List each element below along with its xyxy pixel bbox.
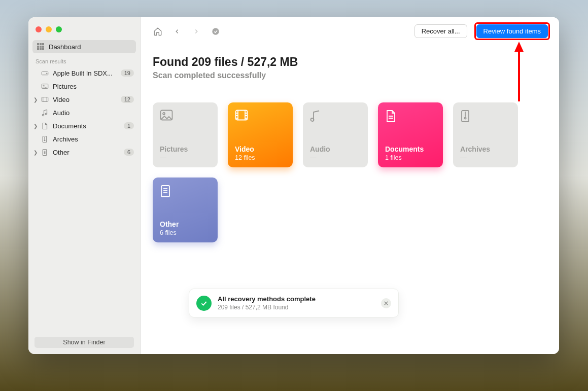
sidebar-item-video[interactable]: ❯Video12 <box>28 93 140 106</box>
svg-rect-43 <box>161 186 169 197</box>
card-subtitle: 12 files <box>235 154 286 161</box>
main-panel: Recover all... Review found items Found … <box>141 17 559 354</box>
svg-point-25 <box>212 28 219 34</box>
svg-rect-2 <box>42 43 44 45</box>
sidebar-item-label: Archives <box>53 135 78 143</box>
sidebar-item-document[interactable]: ❯Documents1 <box>28 119 140 132</box>
maximize-window-button[interactable] <box>56 26 62 32</box>
svg-rect-4 <box>40 46 42 48</box>
svg-point-20 <box>44 139 45 140</box>
card-video[interactable]: Video12 files <box>228 102 293 167</box>
other-icon <box>41 148 49 156</box>
sidebar-item-picture[interactable]: Pictures <box>28 80 140 93</box>
forward-button[interactable] <box>190 25 202 38</box>
sidebar-section-header: Scan results <box>28 53 140 66</box>
video-icon <box>41 95 49 103</box>
svg-point-17 <box>45 113 47 115</box>
pictures-icon <box>160 110 173 123</box>
svg-point-12 <box>43 85 44 86</box>
sidebar-footer: Show in Finder <box>28 331 140 354</box>
svg-rect-5 <box>42 46 44 48</box>
card-title: Pictures <box>160 145 211 153</box>
sidebar-item-other[interactable]: ❯Other6 <box>28 146 140 159</box>
sidebar-item-label: Documents <box>53 122 86 130</box>
disk-icon <box>41 69 49 77</box>
card-documents[interactable]: Documents1 files <box>378 102 443 167</box>
sidebar-item-disk[interactable]: Apple Built In SDX...19 <box>28 66 140 80</box>
annotation-highlight: Review found items <box>474 22 550 40</box>
grid-icon <box>37 43 45 51</box>
svg-rect-1 <box>40 43 42 45</box>
completion-toast: All recovery methods complete 209 files … <box>189 289 399 317</box>
toast-title: All recovery methods complete <box>218 295 316 303</box>
audio-icon <box>310 110 323 123</box>
svg-rect-0 <box>37 43 39 45</box>
page-subtitle: Scan completed successfully <box>153 71 547 80</box>
status-check-icon <box>210 25 222 38</box>
chevron-right-icon: ❯ <box>33 150 38 155</box>
sidebar-item-archive[interactable]: Archives <box>28 132 140 146</box>
card-title: Archives <box>460 145 511 153</box>
audio-icon <box>41 109 49 117</box>
sidebar-item-count: 12 <box>121 96 134 103</box>
page-title: Found 209 files / 527,2 MB <box>153 55 547 69</box>
card-title: Documents <box>385 145 436 153</box>
sidebar-item-label: Video <box>53 96 70 103</box>
other-icon <box>160 185 173 198</box>
sidebar-item-dashboard[interactable]: Dashboard <box>32 40 136 53</box>
card-subtitle: 6 files <box>160 229 211 236</box>
svg-rect-7 <box>40 48 42 50</box>
home-button[interactable] <box>152 25 164 38</box>
sidebar-item-count: 1 <box>124 122 134 129</box>
recover-all-button[interactable]: Recover all... <box>414 24 467 38</box>
svg-rect-13 <box>42 97 48 102</box>
sidebar-item-audio[interactable]: Audio <box>28 106 140 119</box>
sidebar-item-count: 6 <box>124 149 134 156</box>
svg-point-16 <box>42 114 44 116</box>
archives-icon <box>460 110 473 123</box>
card-subtitle: — <box>160 154 211 161</box>
chevron-right-icon: ❯ <box>33 123 38 129</box>
archive-icon <box>41 135 49 143</box>
category-cards: Pictures—Video12 filesAudio—Documents1 f… <box>153 102 547 242</box>
card-other[interactable]: Other6 files <box>153 177 218 242</box>
app-window: Dashboard Scan results Apple Built In SD… <box>28 17 559 354</box>
card-archives: Archives— <box>453 102 518 167</box>
sidebar-item-label: Other <box>53 149 70 156</box>
success-check-icon <box>196 296 212 311</box>
sidebar: Dashboard Scan results Apple Built In SD… <box>28 17 141 354</box>
card-subtitle: — <box>310 154 361 161</box>
toast-subtitle: 209 files / 527,2 MB found <box>218 304 316 311</box>
sidebar-item-count: 19 <box>121 69 134 77</box>
card-subtitle: 1 files <box>385 154 436 161</box>
review-found-items-button[interactable]: Review found items <box>476 24 548 38</box>
documents-icon <box>385 110 398 123</box>
toast-close-button[interactable] <box>381 298 391 308</box>
sidebar-item-label: Dashboard <box>49 43 81 51</box>
svg-point-27 <box>163 113 165 115</box>
svg-rect-3 <box>37 46 39 48</box>
close-window-button[interactable] <box>36 26 42 32</box>
toast-text: All recovery methods complete 209 files … <box>218 295 316 311</box>
window-controls <box>28 22 140 40</box>
sidebar-item-label: Apple Built In SDX... <box>53 69 113 77</box>
svg-rect-6 <box>37 48 39 50</box>
toolbar: Recover all... Review found items <box>141 17 559 44</box>
card-title: Audio <box>310 145 361 153</box>
show-in-finder-button[interactable]: Show in Finder <box>34 337 134 348</box>
minimize-window-button[interactable] <box>46 26 52 32</box>
card-subtitle: — <box>460 154 511 161</box>
back-button[interactable] <box>171 25 183 38</box>
card-audio: Audio— <box>303 102 368 167</box>
svg-point-10 <box>46 73 47 74</box>
card-pictures: Pictures— <box>153 102 218 167</box>
document-icon <box>41 122 49 130</box>
sidebar-item-label: Pictures <box>53 83 77 90</box>
card-title: Video <box>235 145 286 153</box>
card-title: Other <box>160 220 211 228</box>
chevron-right-icon: ❯ <box>33 97 38 102</box>
svg-rect-8 <box>42 48 44 50</box>
svg-point-42 <box>464 117 466 119</box>
sidebar-item-label: Audio <box>53 109 70 117</box>
video-icon <box>235 110 248 123</box>
